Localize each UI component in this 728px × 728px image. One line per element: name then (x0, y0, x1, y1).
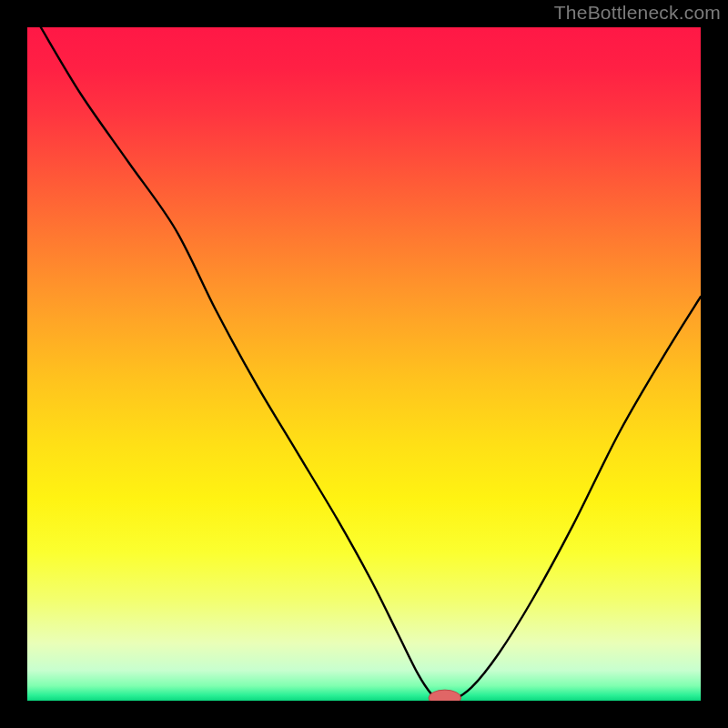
watermark-text: TheBottleneck.com (554, 2, 721, 24)
plot-area (27, 27, 701, 701)
gradient-background (27, 27, 701, 701)
chart-frame: TheBottleneck.com (0, 0, 728, 728)
chart-svg (27, 27, 701, 701)
